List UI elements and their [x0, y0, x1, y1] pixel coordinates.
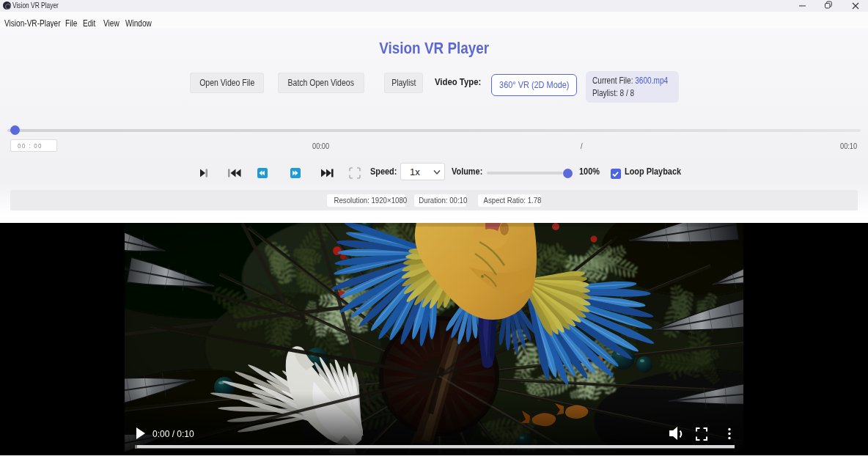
svg-text:0:00 / 0:10: 0:00 / 0:10 [152, 429, 194, 439]
